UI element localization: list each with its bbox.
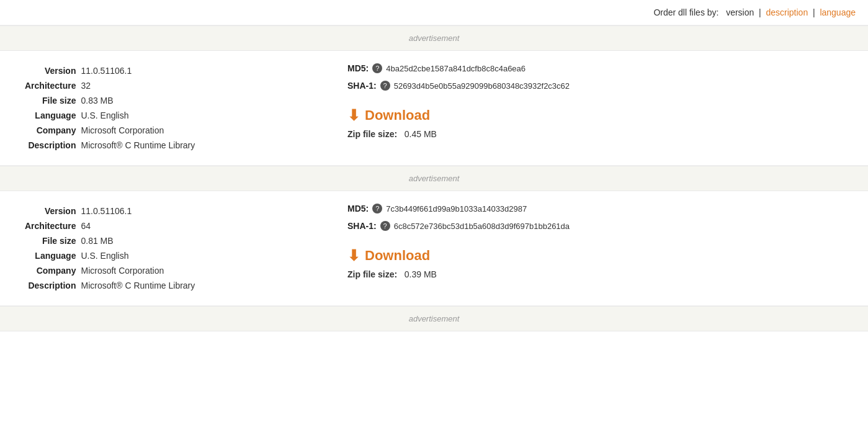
download-button-1[interactable]: ⬇ Download [347,107,430,124]
download-icon-2: ⬇ [347,247,360,264]
page-wrapper: Order dll files by: version | descriptio… [0,0,868,331]
architecture-row-1: Architecture 32 [25,78,200,93]
company-label-1: Company [25,123,81,138]
sha1-value-2: 6c8c572e736bc53d1b5a608d3d9f697b1bb261da [394,222,570,231]
company-row-2: Company Microsoft Corporation [25,263,200,278]
version-label-1: Version [25,63,81,78]
sha1-value-1: 52693d4b5e0b55a929099b680348c3932f2c3c62 [394,81,570,91]
architecture-row-2: Architecture 64 [25,218,200,233]
company-label-2: Company [25,263,81,278]
download-section-2: ⬇ Download [347,238,856,269]
version-row-1: Version 11.0.51106.1 [25,63,200,78]
order-language-link[interactable]: language [820,7,856,17]
version-row-2: Version 11.0.51106.1 [25,204,200,218]
sha1-help-icon-1[interactable]: ? [380,81,390,91]
info-table-1: Version 11.0.51106.1 Architecture 32 Fil… [25,63,200,153]
zip-size-label-1: Zip file size: [347,129,397,139]
download-label-2: Download [365,248,430,264]
order-label: Order dll files by: [653,7,718,17]
zip-size-value-1: 0.45 MB [405,129,437,139]
dll-entry-2: Version 11.0.51106.1 Architecture 64 Fil… [0,191,868,306]
md5-help-icon-2[interactable]: ? [372,204,382,214]
description-value-1: Microsoft® C Runtime Library [81,138,200,153]
filesize-row-1: File size 0.83 MB [25,93,200,108]
zip-size-value-2: 0.39 MB [405,269,437,279]
company-value-2: Microsoft Corporation [81,263,200,278]
language-value-1: U.S. English [81,108,200,123]
download-button-2[interactable]: ⬇ Download [347,247,430,264]
language-row-1: Language U.S. English [25,108,200,123]
description-row-1: Description Microsoft® C Runtime Library [25,138,200,153]
order-description-link[interactable]: description [766,7,808,17]
order-version: version [726,7,754,17]
md5-section-2: MD5: ? 7c3b449f661d99a9b1033a14033d2987 [347,204,856,214]
download-icon-1: ⬇ [347,107,360,124]
advertisement-bar-1: advertisement [0,25,868,51]
architecture-value-1: 32 [81,78,200,93]
zip-size-label-2: Zip file size: [347,269,397,279]
filesize-value-2: 0.81 MB [81,233,200,248]
description-value-2: Microsoft® C Runtime Library [81,278,200,293]
dll-entry-1-left: Version 11.0.51106.1 Architecture 32 Fil… [0,63,310,153]
order-bar: Order dll files by: version | descriptio… [0,0,868,25]
md5-row-2: MD5: ? 7c3b449f661d99a9b1033a14033d2987 [347,204,856,214]
md5-help-icon-1[interactable]: ? [372,63,382,73]
sha1-section-2: SHA-1: ? 6c8c572e736bc53d1b5a608d3d9f697… [347,221,856,231]
sha1-row-1: SHA-1: ? 52693d4b5e0b55a929099b680348c39… [347,81,856,91]
dll-entry-2-left: Version 11.0.51106.1 Architecture 64 Fil… [0,204,310,293]
version-value-1: 11.0.51106.1 [81,63,200,78]
filesize-label-1: File size [25,93,81,108]
sha1-label-2: SHA-1: [347,221,377,231]
company-row-1: Company Microsoft Corporation [25,123,200,138]
filesize-label-2: File size [25,233,81,248]
language-value-2: U.S. English [81,248,200,263]
filesize-row-2: File size 0.81 MB [25,233,200,248]
description-label-2: Description [25,278,81,293]
sha1-section-1: SHA-1: ? 52693d4b5e0b55a929099b680348c39… [347,81,856,91]
description-label-1: Description [25,138,81,153]
advertisement-bar-3: advertisement [0,306,868,331]
download-label-1: Download [365,107,430,124]
architecture-label-2: Architecture [25,218,81,233]
company-value-1: Microsoft Corporation [81,123,200,138]
language-row-2: Language U.S. English [25,248,200,263]
md5-label-2: MD5: [347,204,369,214]
version-label-2: Version [25,204,81,218]
version-value-2: 11.0.51106.1 [81,204,200,218]
language-label-1: Language [25,108,81,123]
description-row-2: Description Microsoft® C Runtime Library [25,278,200,293]
filesize-value-1: 0.83 MB [81,93,200,108]
sha1-label-1: SHA-1: [347,81,377,91]
sha1-help-icon-2[interactable]: ? [380,221,390,231]
md5-value-1: 4ba25d2cbe1587a841dcfb8c8c4a6ea6 [386,64,526,73]
md5-label-1: MD5: [347,63,369,73]
md5-row-1: MD5: ? 4ba25d2cbe1587a841dcfb8c8c4a6ea6 [347,63,856,73]
dll-entry-1-right: MD5: ? 4ba25d2cbe1587a841dcfb8c8c4a6ea6 … [310,63,856,153]
md5-section-1: MD5: ? 4ba25d2cbe1587a841dcfb8c8c4a6ea6 [347,63,856,73]
md5-value-2: 7c3b449f661d99a9b1033a14033d2987 [386,204,527,214]
zip-size-section-2: Zip file size: 0.39 MB [347,269,856,279]
language-label-2: Language [25,248,81,263]
sha1-row-2: SHA-1: ? 6c8c572e736bc53d1b5a608d3d9f697… [347,221,856,231]
zip-size-section-1: Zip file size: 0.45 MB [347,129,856,139]
advertisement-bar-2: advertisement [0,166,868,191]
dll-entry-1: Version 11.0.51106.1 Architecture 32 Fil… [0,51,868,166]
info-table-2: Version 11.0.51106.1 Architecture 64 Fil… [25,204,200,293]
dll-entry-2-right: MD5: ? 7c3b449f661d99a9b1033a14033d2987 … [310,204,856,293]
download-section-1: ⬇ Download [347,98,856,129]
architecture-value-2: 64 [81,218,200,233]
architecture-label-1: Architecture [25,78,81,93]
